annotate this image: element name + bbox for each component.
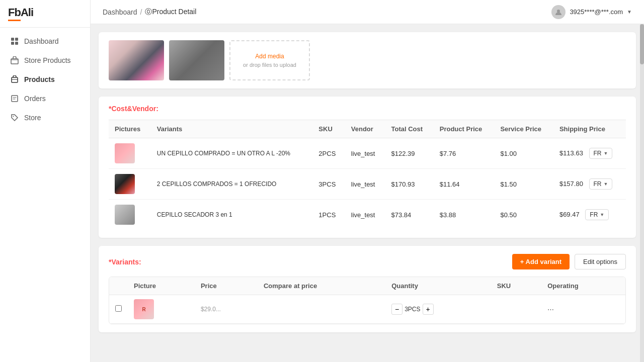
svg-rect-3 [15, 42, 18, 45]
user-email: 3925****@***.com [570, 8, 623, 16]
quantity-decrease[interactable]: − [391, 304, 403, 315]
sidebar-item-products[interactable]: Products [0, 70, 90, 89]
row-thumb [109, 200, 151, 230]
sidebar-nav: Dashboard Store Products Products [0, 28, 90, 131]
table-row: UN CEPILLO COMPRADO = UN OTRO A L -20% 2… [109, 138, 626, 169]
variants-section-label: *Variants: [109, 258, 141, 266]
col-total-cost: Total Cost [385, 120, 433, 138]
product-thumb [115, 174, 135, 194]
product-thumb [115, 205, 135, 225]
row-service-price: $0.50 [494, 200, 553, 230]
row-sku-cell [491, 295, 541, 324]
product-thumb: R [134, 299, 154, 319]
col-vendor: Vendor [345, 120, 385, 138]
variants-header-row: Picture Price Compare at price Quantity … [109, 277, 625, 295]
media-card: Add media or drop files to upload [99, 32, 636, 88]
store-icon [10, 56, 19, 65]
table-header-row: Pictures Variants SKU Vendor Total Cost … [109, 120, 626, 138]
breadcrumb-separator: / [140, 8, 142, 16]
sidebar-item-orders[interactable]: Orders [0, 89, 90, 108]
operating-button[interactable]: ⋯ [547, 306, 554, 313]
table-row: R $29.0... − 3PCS [109, 295, 625, 324]
chevron-down-icon: ▼ [604, 151, 608, 156]
content-area[interactable]: Add media or drop files to upload *Cost&… [91, 24, 644, 362]
col-picture: Picture [128, 277, 195, 295]
breadcrumb-current: ⓪Product Detail [145, 8, 196, 17]
quantity-increase[interactable]: + [423, 304, 434, 315]
row-checkbox[interactable] [115, 305, 122, 312]
row-thumb [109, 169, 151, 200]
sidebar-item-store-products[interactable]: Store Products [0, 51, 90, 70]
table-row: 2 CEPILLOS COMPRADOS = 1 OFRECIDO 3PCS l… [109, 169, 626, 200]
sidebar: FbAli Dashboard Store [0, 0, 91, 362]
chevron-down-icon: ▼ [604, 182, 608, 187]
sidebar-item-label: Orders [24, 95, 46, 103]
svg-rect-0 [11, 38, 14, 41]
row-checkbox-cell[interactable] [109, 295, 128, 324]
upload-link[interactable]: Add media [255, 53, 284, 60]
col-sku: SKU [312, 120, 345, 138]
svg-rect-6 [12, 96, 18, 102]
svg-rect-1 [15, 38, 18, 41]
user-section[interactable]: 3925****@***.com ▼ [551, 5, 632, 19]
row-compare-price-cell [258, 295, 385, 324]
region-selector[interactable]: FR ▼ [585, 209, 609, 220]
col-variants: Variants [151, 120, 313, 138]
row-quantity-cell: − 3PCS + [385, 295, 491, 324]
sidebar-item-label: Dashboard [24, 37, 59, 45]
region-selector[interactable]: FR ▼ [589, 148, 613, 159]
chevron-down-icon: ▼ [627, 9, 632, 15]
breadcrumb-home[interactable]: Dashboard [103, 8, 137, 16]
row-variant: UN CEPILLO COMPRADO = UN OTRO A L -20% [151, 138, 313, 169]
row-vendor: live_test [345, 169, 385, 200]
col-product-price: Product Price [434, 120, 495, 138]
media-thumb-1 [109, 40, 164, 80]
variants-header: *Variants: + Add variant Edit options [109, 254, 626, 269]
row-product-price: $11.64 [434, 169, 495, 200]
variants-table-wrap: Picture Price Compare at price Quantity … [109, 277, 626, 324]
add-variant-button[interactable]: + Add variant [512, 254, 570, 269]
sidebar-item-dashboard[interactable]: Dashboard [0, 32, 90, 51]
svg-rect-2 [11, 42, 14, 45]
col-pictures: Pictures [109, 120, 151, 138]
row-sku: 1PCS [312, 200, 345, 230]
sidebar-item-label: Store Products [24, 56, 71, 64]
row-shipping-price: $113.63 FR ▼ [553, 138, 626, 169]
region-selector[interactable]: FR ▼ [589, 178, 613, 190]
product-thumb [115, 143, 135, 163]
col-sku-v: SKU [491, 277, 541, 295]
row-variant: 2 CEPILLOS COMPRADOS = 1 OFRECIDO [151, 169, 313, 200]
row-vendor: live_test [345, 138, 385, 169]
scrollbar-thumb [640, 24, 644, 64]
col-service-price: Service Price [494, 120, 553, 138]
sidebar-item-label: Store [24, 114, 41, 122]
media-upload-zone[interactable]: Add media or drop files to upload [229, 40, 310, 80]
row-total-cost: $122.39 [385, 138, 433, 169]
grid-icon [10, 37, 19, 46]
row-total-cost: $170.93 [385, 169, 433, 200]
row-shipping-price: $157.80 FR ▼ [553, 169, 626, 200]
row-service-price: $1.00 [494, 138, 553, 169]
sidebar-item-store[interactable]: Store [0, 108, 90, 127]
row-sku: 2PCS [312, 138, 345, 169]
scrollbar [640, 24, 644, 362]
col-operating: Operating [541, 277, 625, 295]
variants-actions: + Add variant Edit options [512, 254, 626, 269]
row-product-price: $7.76 [434, 138, 495, 169]
row-variant: CEPILLO SECADOR 3 en 1 [151, 200, 313, 230]
col-compare-price: Compare at price [258, 277, 385, 295]
cost-vendor-section-label: *Cost&Vendor: [109, 105, 626, 113]
col-price: Price [195, 277, 258, 295]
main-content: Dashboard / ⓪Product Detail 3925****@***… [91, 0, 644, 362]
svg-point-7 [13, 116, 14, 117]
col-shipping-price: Shipping Price [553, 120, 626, 138]
row-picture-cell: R [128, 295, 195, 324]
edit-options-button[interactable]: Edit options [575, 254, 626, 269]
tag-icon [10, 113, 19, 122]
row-vendor: live_test [345, 200, 385, 230]
svg-rect-5 [12, 77, 18, 82]
media-row: Add media or drop files to upload [109, 40, 626, 80]
row-service-price: $1.50 [494, 169, 553, 200]
chevron-down-icon: ▼ [600, 212, 604, 217]
row-shipping-price: $69.47 FR ▼ [553, 200, 626, 230]
